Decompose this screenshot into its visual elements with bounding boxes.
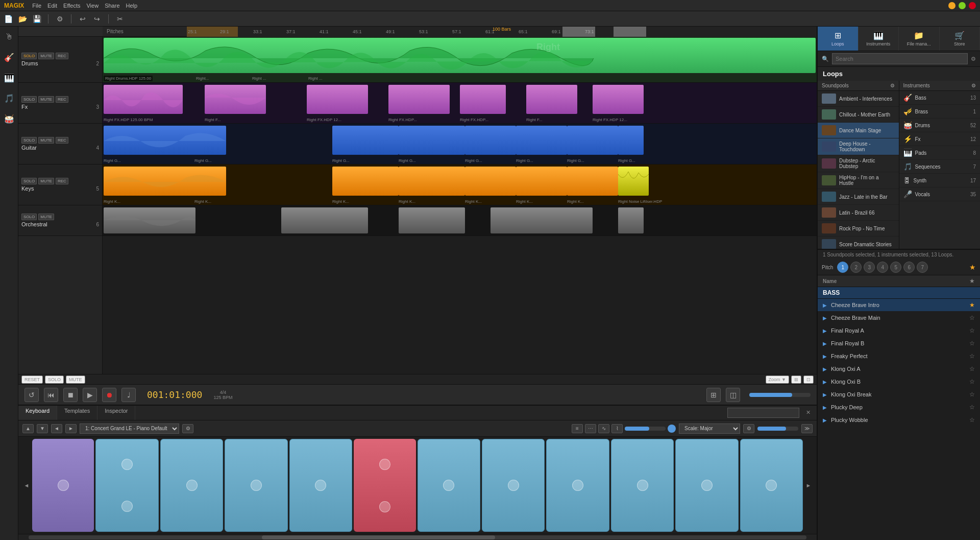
- record-indicator[interactable]: [668, 425, 676, 433]
- stop-btn[interactable]: ⏹: [63, 388, 78, 402]
- piano-ctrl-2[interactable]: ⋯: [585, 424, 596, 433]
- maximize-button[interactable]: [959, 2, 966, 9]
- keys-clip-3[interactable]: [399, 167, 465, 196]
- instrument-pads[interactable]: 🎹 Pads 8: [899, 146, 981, 160]
- keys-solo-btn[interactable]: SOLO: [21, 178, 37, 184]
- pitch-btn-4[interactable]: 4: [877, 262, 888, 273]
- piano-key-9[interactable]: [546, 439, 609, 532]
- loop-item-klong-b[interactable]: ▶ Klong Oxi B ☆: [818, 375, 980, 388]
- kb-prev[interactable]: ◄: [51, 424, 62, 433]
- soundpool-rockpop[interactable]: Rock Pop - No Time: [818, 221, 899, 237]
- kb-settings[interactable]: ⚙: [182, 424, 193, 433]
- guitar-rec-btn[interactable]: REC: [56, 137, 68, 144]
- kb-nav-down[interactable]: ▼: [37, 424, 48, 433]
- loop-star-4[interactable]: ☆: [969, 340, 975, 347]
- soundpool-jazz[interactable]: Jazz - Late in the Bar: [818, 189, 899, 205]
- orch-clip-5[interactable]: [618, 207, 644, 233]
- instrument-synth[interactable]: 🎛 Synth 17: [899, 174, 981, 187]
- tab-instruments[interactable]: 🎹 Instruments: [859, 27, 899, 51]
- toolbar-settings[interactable]: ⚙: [55, 14, 65, 24]
- orch-mute-btn[interactable]: MUTE: [38, 214, 54, 220]
- guitar-solo-btn[interactable]: SOLO: [21, 137, 37, 144]
- keyboard-search[interactable]: [727, 408, 799, 418]
- fx-rec-btn[interactable]: REC: [56, 96, 68, 103]
- tab-filemgr[interactable]: 📁 File mana...: [899, 27, 940, 51]
- record-btn[interactable]: ⏺: [102, 388, 116, 402]
- kb-nav-up[interactable]: ▲: [22, 424, 34, 433]
- menu-effects[interactable]: Effects: [63, 3, 80, 9]
- piano-ctrl-4[interactable]: ⌇: [611, 424, 623, 433]
- keys-mute-btn[interactable]: MUTE: [38, 178, 54, 184]
- scale-settings[interactable]: ⚙: [743, 424, 754, 433]
- fx-clip-3[interactable]: [307, 85, 368, 114]
- fx-solo-btn[interactable]: SOLO: [21, 96, 37, 103]
- soundpools-settings-icon[interactable]: ⚙: [890, 83, 895, 88]
- soundpool-dubstep[interactable]: Dubstep - Arctic Dubstep: [818, 155, 899, 172]
- loop-star-7[interactable]: ☆: [969, 378, 975, 385]
- pitch-btn-7[interactable]: 7: [917, 262, 928, 273]
- piano-key-1[interactable]: [32, 439, 94, 532]
- scale-select[interactable]: Scale: Major: [679, 424, 740, 434]
- kb-next[interactable]: ►: [65, 424, 77, 433]
- velocity-slider[interactable]: [757, 427, 798, 431]
- instrument-brass[interactable]: 🎺 Brass 1: [899, 105, 981, 119]
- piano-scroll-left[interactable]: ◄: [22, 439, 31, 532]
- pitch-btn-6[interactable]: 6: [903, 262, 915, 273]
- soundpool-chillout[interactable]: Chillout - Mother Earth: [818, 107, 899, 123]
- guitar-mute-btn[interactable]: MUTE: [38, 137, 54, 144]
- fx-clip-4[interactable]: [388, 85, 450, 114]
- close-button[interactable]: [969, 2, 976, 9]
- pitch-btn-3[interactable]: 3: [864, 262, 875, 273]
- piano-ctrl-3[interactable]: ∿: [598, 424, 609, 433]
- piano-key-11[interactable]: [675, 439, 738, 532]
- loop-item-cheeze-main[interactable]: ▶ Cheeze Brave Main ☆: [818, 312, 980, 324]
- piano-key-5[interactable]: [289, 439, 352, 532]
- guitar-clip-1[interactable]: [104, 126, 226, 155]
- left-icon-drum[interactable]: 🥁: [3, 112, 15, 125]
- mute-all-btn[interactable]: MUTE: [66, 375, 85, 384]
- left-icon-guitar[interactable]: 🎵: [3, 92, 15, 104]
- orch-lane[interactable]: [103, 205, 817, 236]
- patterns-btn[interactable]: ⊞: [706, 388, 721, 402]
- keys-clip-yellow[interactable]: [618, 167, 649, 196]
- tab-templates[interactable]: Templates: [57, 406, 97, 420]
- menu-edit[interactable]: Edit: [47, 3, 57, 9]
- guitar-lane[interactable]: Right G... Right G... Right G... Right G…: [103, 124, 817, 165]
- loop-item-klong-a[interactable]: ▶ Klong Oxi A ☆: [818, 363, 980, 375]
- piano-scroll-right[interactable]: ►: [804, 439, 813, 532]
- keys-lane[interactable]: Right K... Right K... Right K... Right K…: [103, 165, 817, 205]
- loop-item-cheeze-intro[interactable]: ▶ Cheeze Brave Intro ★: [818, 299, 980, 312]
- keys-clip-6[interactable]: [567, 167, 618, 196]
- piano-scrollbar[interactable]: [18, 534, 817, 540]
- loop-star-5[interactable]: ☆: [969, 353, 975, 360]
- drums-rec-btn[interactable]: REC: [56, 53, 68, 59]
- loop-star-6[interactable]: ☆: [969, 365, 975, 372]
- guitar-clip-3[interactable]: [399, 126, 465, 155]
- fx-clip-7[interactable]: [593, 85, 644, 114]
- pitch-btn-5[interactable]: 5: [890, 262, 901, 273]
- fx-lane[interactable]: Right FX.HDP 125.00 BPM Right F... Right…: [103, 83, 817, 124]
- drums-lane[interactable]: Right Drums.HDP 125.00 Right... Right ..…: [103, 37, 817, 83]
- toolbar-save[interactable]: 💾: [32, 14, 42, 24]
- piano-scrollbar-thumb[interactable]: [262, 535, 495, 539]
- instrument-sequences[interactable]: 🎵 Sequences 7: [899, 160, 981, 174]
- toolbar-new[interactable]: 📄: [3, 14, 13, 24]
- tab-keyboard[interactable]: Keyboard: [18, 406, 57, 420]
- timeline-ruler[interactable]: 25:1 29:1 33:1 37:1 41:1 45:1 49:1 53:1 …: [187, 27, 817, 37]
- keys-clip-2[interactable]: [332, 167, 399, 196]
- fx-clip-5[interactable]: [460, 85, 506, 114]
- piano-key-7[interactable]: [418, 439, 480, 532]
- orch-clip-4[interactable]: [491, 207, 593, 233]
- menu-file[interactable]: File: [32, 3, 41, 9]
- instruments-settings-icon[interactable]: ⚙: [971, 83, 976, 88]
- instrument-vocals[interactable]: 🎤 Vocals 35: [899, 187, 981, 201]
- snap-btn[interactable]: ⊡: [803, 375, 814, 384]
- piano-key-4[interactable]: [225, 439, 287, 532]
- guitar-clip-2[interactable]: [332, 126, 399, 155]
- loop-star-9[interactable]: ☆: [969, 404, 975, 411]
- metronome-btn[interactable]: ♩: [121, 388, 136, 402]
- loop-star-3[interactable]: ☆: [969, 327, 975, 334]
- piano-key-6[interactable]: [354, 439, 415, 532]
- piano-key-8[interactable]: [482, 439, 545, 532]
- left-icon-piano[interactable]: 🎹: [3, 72, 15, 84]
